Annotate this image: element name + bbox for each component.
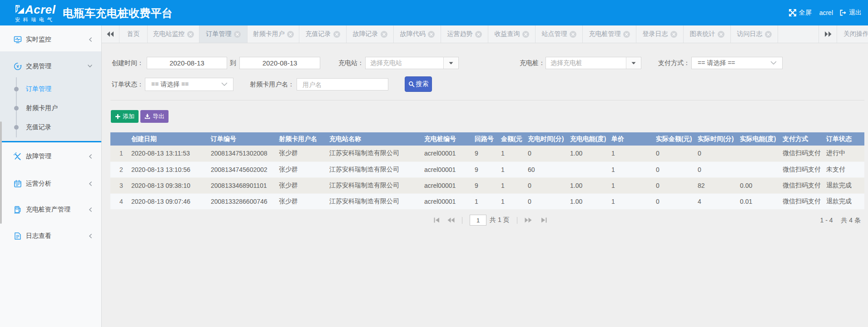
sidebar-item-pile-asset-mgmt[interactable]: 充电桩资产管理 [0,199,101,220]
username[interactable]: acrel [819,9,833,16]
sidebar-scrollbar[interactable] [0,121,2,224]
pager-next-button[interactable] [525,217,532,223]
column-header[interactable]: 单价 [610,132,654,146]
tab-scroll-left-button[interactable] [102,25,119,43]
table-cell [738,146,781,161]
search-button[interactable]: 搜索 [405,76,432,92]
column-header[interactable]: 实际电能(度) [738,132,781,146]
tab-station-monitor[interactable]: 充电站监控 [148,25,199,43]
tab-fault-codes[interactable]: 故障代码 [394,25,441,43]
export-button[interactable]: 导出 [140,110,169,123]
sidebar-item-log-view[interactable]: 日志查看 [0,226,101,247]
dropdown-arrow-icon[interactable] [626,57,641,69]
column-header[interactable]: 实际时间(分) [696,132,738,146]
table-cell: 1 [110,146,129,161]
table-cell: 1.00 [568,177,610,193]
table-cell: 4 [696,193,738,209]
dropdown-arrow-icon[interactable] [443,57,458,69]
close-icon[interactable] [475,31,482,38]
tab-bar-spacer [778,25,818,43]
sidebar-item-fault-mgmt[interactable]: 故障管理 [0,146,101,167]
bullet-icon [14,87,19,91]
close-icon[interactable] [570,31,576,38]
create-time-label: 创建时间： [112,57,144,69]
table-cell: 9 [473,177,499,193]
column-header[interactable] [110,132,129,146]
tab-chart-stats[interactable]: 图表统计 [684,25,731,43]
tab-visit-log[interactable]: 访问日志 [731,25,778,43]
close-icon[interactable] [765,31,772,38]
order-status-select[interactable]: == 请选择 == [145,78,233,91]
column-header[interactable]: 订单编号 [209,132,277,146]
tab-operation-trend[interactable]: 运营趋势 [441,25,488,43]
tab-site-mgmt[interactable]: 站点管理 [536,25,583,43]
tab-login-log[interactable]: 登录日志 [636,25,684,43]
pager-first-button[interactable] [434,217,440,223]
sidebar-item-label: 交易管理 [26,62,51,70]
column-header[interactable]: 金额(元 [499,132,526,146]
table-row[interactable]: 42020-08-13 09:07:462008133286600746张少群江… [110,193,864,209]
pager-prev-button[interactable] [447,217,455,223]
close-operations-button[interactable]: 关闭操作 [837,25,868,43]
page-number-input[interactable] [470,215,486,226]
close-icon[interactable] [234,31,241,38]
close-icon[interactable] [381,31,387,38]
column-header[interactable]: 充电电能(度) [568,132,610,146]
close-icon[interactable] [670,31,677,38]
sidebar-item-realtime-monitor[interactable]: 实时监控 [0,29,101,50]
fullscreen-button[interactable]: 全屏 [799,9,812,17]
pager-last-button[interactable] [541,217,547,223]
column-header[interactable]: 订单状态 [824,132,864,146]
close-icon[interactable] [428,31,435,38]
tab-scroll-right-icon [824,31,832,37]
table-cell: 0 [526,146,568,161]
tab-rfid-card-users[interactable]: 射频卡用户 [248,25,299,43]
range-label: 1 - 4 [820,216,833,224]
column-header[interactable]: 实际金额(元) [654,132,696,146]
tab-home[interactable]: 首页 [119,25,148,43]
table-cell: 4 [110,193,129,209]
tab-pile-mgmt[interactable]: 充电桩管理 [583,25,636,43]
close-icon[interactable] [718,31,724,38]
station-select[interactable]: 选择充电站 [365,57,459,69]
rfid-user-input[interactable] [297,78,388,91]
sidebar-subitem-order-mgmt[interactable]: 订单管理 [0,80,101,99]
column-header[interactable]: 充电桩编号 [422,132,473,146]
tab-revenue-query[interactable]: 收益查询 [488,25,536,43]
sidebar-subitem-recharge-records[interactable]: 充值记录 [0,118,101,137]
add-button[interactable]: 添加 [111,110,139,123]
tab-scroll-left-icon [107,31,114,37]
sidebar-item-transaction-mgmt[interactable]: ¥ 交易管理 [0,56,101,77]
date-to-input[interactable] [239,57,320,69]
sidebar-item-operation-analysis[interactable]: 运营分析 [0,173,101,194]
tab-scroll-right-button[interactable] [818,25,837,43]
table-cell: 张少群 [277,146,327,161]
table-row[interactable]: 32020-08-13 09:38:102008133468901101张少群江… [110,177,864,193]
pay-method-select[interactable]: == 请选择 == [691,57,783,69]
column-header[interactable]: 充电时间(分) [526,132,568,146]
close-icon[interactable] [623,31,630,38]
pile-select[interactable]: 选择充电桩 [546,57,641,69]
close-icon[interactable] [287,31,294,38]
sidebar-subitem-rfid-card-users[interactable]: 射频卡用户 [0,99,101,118]
tab-order-mgmt[interactable]: 订单管理 [199,25,248,43]
close-icon[interactable] [522,31,529,38]
sidebar-item-label: 实时监控 [26,35,51,44]
tab-fault-records[interactable]: 故障记录 [347,25,394,43]
table-row[interactable]: 22020-08-13 13:10:562008134745602002张少群江… [110,161,864,177]
close-icon[interactable] [187,31,194,38]
plus-icon [115,114,120,119]
table-cell: 9 [473,161,499,177]
column-header[interactable]: 回路号 [473,132,499,146]
table-row[interactable]: 12020-08-13 13:11:532008134751302008张少群江… [110,146,864,161]
record-range-info: 1 - 4 共 4 条 [820,214,861,226]
main-area: 首页 充电站监控 订单管理 射频卡用户 充值记录 故障记录 故障代码 运营趋势 … [102,25,868,327]
column-header[interactable]: 射频卡用户名 [277,132,327,146]
logout-button[interactable]: 退出 [849,9,862,17]
close-icon[interactable] [333,31,340,38]
date-from-input[interactable] [147,57,227,69]
tab-recharge-records[interactable]: 充值记录 [299,25,347,43]
column-header[interactable]: 支付方式 [781,132,824,146]
column-header[interactable]: 创建日期 [129,132,209,146]
column-header[interactable]: 充电站名称 [327,132,422,146]
